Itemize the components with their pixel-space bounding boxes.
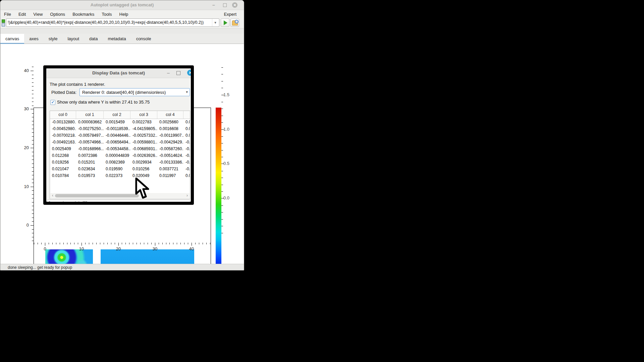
x-minor-tick	[199, 243, 199, 244]
table-row[interactable]: -0.00492163...-0.00574966...-0.00656494.…	[50, 139, 190, 145]
menu-file[interactable]: File	[0, 12, 15, 17]
tab-console[interactable]: console	[131, 34, 156, 44]
tab-canvas[interactable]: canvas	[0, 34, 24, 44]
colorbar-minor-tick	[221, 157, 223, 157]
table-row[interactable]: 0.0025409-0.00168966...-0.00534458...-0.…	[50, 145, 190, 152]
y-minor-tick	[32, 136, 34, 137]
table-cell: -0.00587260...	[157, 145, 183, 152]
maximize-icon[interactable]	[222, 2, 227, 8]
x-minor-tick	[144, 243, 144, 244]
y-minor-tick	[32, 218, 34, 218]
table-row[interactable]: 0.0122680.00723860.000044839-0.00263926.…	[50, 152, 190, 159]
table-cell: 0.019573	[76, 172, 104, 179]
y-minor-tick	[32, 132, 34, 133]
menu-bookmarks[interactable]: Bookmarks	[69, 12, 98, 17]
table-row[interactable]: 0.0192560.0152010.00823690.0029934-0.001…	[50, 159, 190, 166]
table-column-header[interactable]	[183, 111, 190, 119]
uri-combobox[interactable]: !)&ripples(40,40)+rand(40,40)*(exp(-dist…	[6, 18, 219, 27]
inspect-uri-button[interactable]	[230, 18, 239, 27]
tab-data[interactable]: data	[84, 34, 103, 44]
dialog-maximize-icon[interactable]	[176, 71, 180, 75]
x-minor-tick	[100, 243, 100, 244]
menu-options[interactable]: Options	[46, 12, 69, 17]
table-cell: -0.00275250...	[76, 125, 104, 132]
x-minor-tick	[166, 243, 166, 244]
x-minor-tick	[137, 243, 137, 244]
scroll-right-icon[interactable]: ›	[185, 193, 190, 198]
colorbar-minor-tick	[221, 178, 223, 178]
y-minor-tick	[32, 90, 34, 90]
table-column-header[interactable]: col 1	[76, 111, 104, 119]
window-title: Autoplot untagged (as tomcat)	[0, 2, 244, 7]
colorbar-minor-tick	[221, 102, 223, 102]
y-minor-tick	[32, 214, 34, 214]
table-column-header[interactable]: col 4	[157, 111, 183, 119]
table-cell: -0.00514624...	[157, 152, 183, 159]
tab-layout[interactable]: layout	[62, 34, 84, 44]
colorbar-minor-tick	[221, 185, 223, 185]
go-button[interactable]	[221, 18, 229, 27]
y-minor-tick	[32, 152, 34, 152]
table-row[interactable]: -0.00132880...0.0000836620.00154590.0022…	[50, 119, 190, 125]
y-minor-tick	[32, 113, 34, 114]
y-minor-tick	[32, 241, 34, 241]
table-cell: -0.00132880...	[50, 119, 76, 125]
close-icon[interactable]: ✕	[232, 2, 237, 8]
title-bar[interactable]: Autoplot untagged (as tomcat) – ✕	[0, 0, 244, 10]
scroll-left-icon[interactable]: ‹	[50, 193, 55, 198]
y-minor-tick	[32, 202, 34, 202]
y-minor-tick	[32, 179, 34, 179]
x-minor-tick	[177, 243, 177, 244]
y-axis-tick	[31, 71, 34, 71]
menu-help[interactable]: Help	[116, 12, 132, 17]
table-row[interactable]: -0.00700218...-0.00578497...-0.00446446.…	[50, 132, 190, 139]
menu-edit[interactable]: Edit	[15, 12, 30, 17]
menu-tools[interactable]: Tools	[98, 12, 115, 17]
combo-chevron-icon: ▾	[186, 90, 188, 94]
table-column-header[interactable]: col 0	[50, 111, 76, 119]
table-row[interactable]: 0.0107840.0195730.0223730.0200490.011997…	[50, 172, 190, 179]
tab-style[interactable]: style	[44, 34, 63, 44]
filter-checkbox[interactable]: ✓	[50, 100, 55, 105]
x-minor-tick	[169, 243, 170, 244]
expert-toggle[interactable]: Expert	[224, 12, 244, 17]
colorbar-minor-tick	[221, 88, 223, 88]
colorbar-minor-tick	[221, 233, 223, 233]
table-cell: -0.00446446...	[104, 132, 130, 139]
dialog-minimize-icon[interactable]: –	[165, 70, 171, 76]
horizontal-scrollbar[interactable]: ‹ ›	[50, 193, 190, 198]
uri-input[interactable]: !)&ripples(40,40)+rand(40,40)*(exp(-dist…	[8, 20, 212, 25]
tab-axes[interactable]: axes	[24, 34, 43, 44]
table-column-header[interactable]: col 3	[130, 111, 157, 119]
y-minor-tick	[32, 125, 34, 125]
table-row[interactable]: 0.0210470.0236340.0195900.0102560.003772…	[50, 166, 190, 172]
y-minor-tick	[32, 82, 34, 83]
y-minor-tick	[32, 221, 34, 222]
y-minor-tick	[32, 106, 34, 106]
dialog-title-bar[interactable]: Display Data (as tomcat) – ✕	[46, 68, 191, 78]
colorbar-minor-tick	[221, 150, 223, 150]
scrollbar-thumb[interactable]	[55, 194, 139, 197]
colorbar-minor-tick	[221, 116, 223, 116]
table-cell: 0.000083662	[76, 119, 104, 125]
dialog-close-icon[interactable]: ✕	[187, 70, 191, 76]
datasource-type-icon[interactable]	[1, 19, 5, 27]
x-axis-label: 10	[76, 246, 87, 251]
tab-metadata[interactable]: metadata	[103, 34, 131, 44]
table-row[interactable]: -0.00452980...-0.00275250...-0.00118539.…	[50, 125, 190, 132]
table-cell: -0.00574966...	[76, 139, 104, 145]
table-cell: 0.0025660	[157, 119, 183, 125]
table-cell: 0.00	[183, 119, 190, 125]
y-minor-tick	[32, 156, 34, 156]
menu-view[interactable]: View	[30, 12, 46, 17]
plotted-data-value: Renderer 0: dataset[40,40] (dimensionles…	[82, 90, 166, 95]
table-column-header[interactable]: col 2	[104, 111, 130, 119]
minimize-icon[interactable]: –	[211, 2, 216, 8]
uri-dropdown-chevron-icon[interactable]: ▾	[212, 19, 218, 26]
table-cell: -4.04159805...	[130, 125, 157, 132]
x-minor-tick	[159, 243, 159, 244]
x-minor-tick	[184, 243, 184, 244]
table-cell: -0.00685931...	[130, 145, 157, 152]
plotted-data-select[interactable]: Renderer 0: dataset[40,40] (dimensionles…	[79, 88, 190, 96]
data-table[interactable]: col 0col 1col 2col 3col 4 -0.00132880...…	[50, 111, 190, 199]
